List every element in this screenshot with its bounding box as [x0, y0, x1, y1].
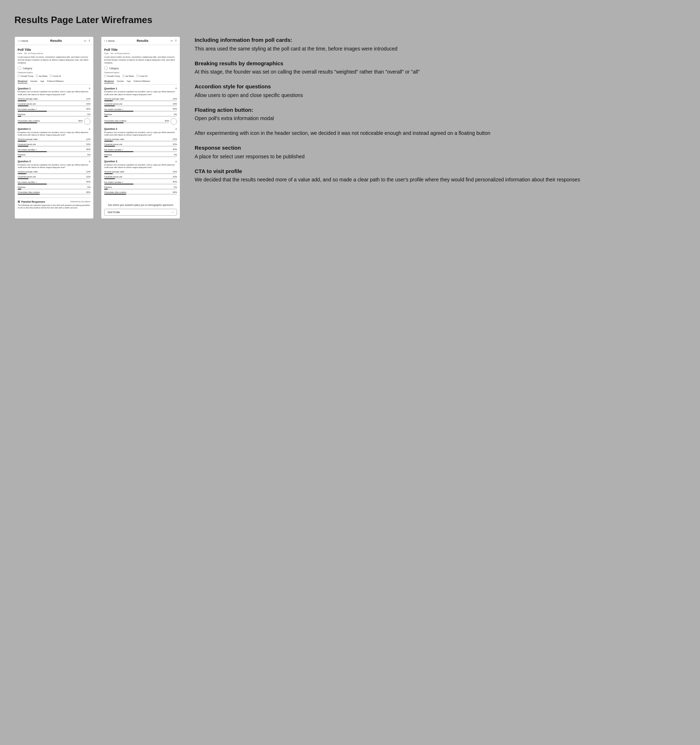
panelist-title: Panelist Responses: [21, 200, 45, 203]
back-chevron-icon-right: ‹: [104, 40, 105, 42]
topic-circle-covid: [50, 75, 52, 77]
share-icon-left[interactable]: ⇧: [88, 39, 91, 42]
question-3-chevron-left: ∧: [89, 160, 91, 163]
question-2-left: Question 2 ∧ Excepteur sint occaecat cup…: [18, 128, 91, 157]
answer-row-special: Chocolate chip cookies 30%: [18, 118, 91, 125]
topics-row-left: Donald Trump Joe Biden Covid 19: [18, 75, 91, 77]
answer-row: Chocolate chip cookies 30%: [18, 191, 91, 195]
answer-row: Pavlova 5%: [18, 154, 91, 157]
question-2-label-left: Question 2: [18, 128, 31, 130]
answer-row: Ice cream sundae ✓ 40%: [104, 148, 177, 152]
category-label-left: Category: [23, 67, 32, 70]
nav-title-left: Results: [28, 39, 84, 43]
annotation-response-body: A place for select user responses to be …: [195, 153, 686, 160]
question-1-chevron-left: ∧: [89, 87, 91, 90]
fab-button-right[interactable]: [170, 118, 177, 125]
answer-row: Victoria sponge cake 12%: [104, 98, 177, 101]
answer-row: Ice cream sundae ✓ 40%: [18, 181, 91, 185]
answer-row: Victoria sponge cake 12%: [18, 171, 91, 174]
tab-weighted-left[interactable]: Weighted: [18, 80, 27, 83]
answer-row: Ice cream sundae ✓ 40%: [104, 181, 177, 185]
answer-row: Caramel pecan pie 15%: [104, 143, 177, 147]
annotation-fab-body: Open poll's extra information modal: [195, 115, 686, 122]
question-2-header-left[interactable]: Question 2 ∧: [18, 128, 91, 130]
question-3-header-right[interactable]: Question 3 ∧: [104, 160, 177, 163]
answer-row: Chocolate chip cookies 30%: [104, 191, 177, 195]
question-1-header-left[interactable]: Question 1 ∧: [18, 87, 91, 90]
tab-affiliation-left[interactable]: Political Affiliation: [47, 80, 64, 83]
question-1-header-right[interactable]: Question 1 ∧: [104, 87, 177, 90]
tab-affiliation-right[interactable]: Political Affiliation: [134, 80, 150, 83]
answer-row: Victoria sponge cake 12%: [104, 171, 177, 174]
annotation-demographics-title: Breaking results by demographics: [195, 60, 686, 67]
answer-row-special-right: Chocolate chip cookies 30%: [104, 118, 177, 125]
annotation-fab-detail-body: After experimenting with icon in the hea…: [195, 129, 686, 137]
question-1-label-left: Question 1: [18, 87, 31, 90]
answer-row: Victoria sponge cake 12%: [18, 138, 91, 142]
bookmark-icon-right[interactable]: ▭: [170, 39, 173, 42]
nav-back-left[interactable]: ‹ < Home: [18, 40, 28, 42]
question-2-header-right[interactable]: Question 2 ∧: [104, 128, 177, 130]
question-1-left: Question 1 ∧ Excepteur sint occaecat cup…: [18, 87, 91, 124]
panelist-selected: Selected by the editors: [70, 200, 91, 203]
visit-profile-label: Visit Profile: [107, 211, 120, 214]
tab-gender-left[interactable]: Gender: [30, 80, 37, 83]
featured-topics-label-left: Featured topics:: [18, 72, 91, 73]
answer-row: Ice cream sundae ✓ 40%: [18, 148, 91, 152]
topic-circle-trump: [18, 75, 20, 77]
wireframes-section: ‹ < Home Results ▭ ⇧ Poll Title Date · N…: [14, 36, 180, 219]
nav-icons-right: ▭ ⇧: [170, 39, 177, 42]
fab-button-left[interactable]: [84, 118, 91, 125]
phone-nav-left: ‹ < Home Results ▭ ⇧: [15, 37, 93, 45]
tab-age-left[interactable]: Age: [40, 80, 44, 83]
annotation-accordion: Accordion style for questions Allow user…: [195, 83, 686, 99]
question-3-text-left: Excepteur sint occaecat cupidatat non pr…: [18, 164, 91, 169]
phone-body-left: Poll Title Date · No. of Respondents Lor…: [15, 45, 93, 212]
bookmark-icon-left[interactable]: ▭: [84, 39, 87, 42]
annotation-fab-title: Floating action button:: [195, 106, 686, 114]
annotation-accordion-body: Allow users to open and close specific q…: [195, 91, 686, 99]
question-3-text-right: Excepteur sint occaecat cupidatat non pr…: [104, 164, 177, 169]
question-2-chevron-left: ∧: [89, 128, 91, 130]
answer-row: Caramel pecan pie 15%: [18, 103, 91, 106]
content-area: ‹ < Home Results ▭ ⇧ Poll Title Date · N…: [14, 36, 686, 219]
answer-row: Ice cream sundae ✓ 40%: [104, 108, 177, 112]
phone-frame-right: ‹ < Home Results ▭ ⇧ Poll Title Date · N…: [101, 36, 180, 219]
poll-desc-right: Lorem ipsum dolor sit amet, consetetur s…: [104, 56, 177, 64]
annotations-section: Including information from poll cards: T…: [195, 36, 686, 191]
tab-age-right[interactable]: Age: [127, 80, 131, 83]
category-row-left: Category: [18, 66, 91, 70]
topic-covid-left: Covid 19: [50, 75, 61, 77]
category-label-right: Category: [109, 67, 119, 70]
answer-row: Victoria sponge cake 12%: [104, 138, 177, 142]
category-circle-right: [104, 66, 108, 70]
topic-biden-right: Joe Biden: [122, 75, 134, 77]
back-chevron-icon: ‹: [18, 40, 18, 42]
question-3-header-left[interactable]: Question 3 ∧: [18, 160, 91, 163]
cta-section: See where your answers place you on demo…: [101, 200, 180, 218]
question-2-text-left: Excepteur sint occaecat cupidatat non pr…: [18, 131, 91, 136]
phone-frame-left: ‹ < Home Results ▭ ⇧ Poll Title Date · N…: [14, 36, 94, 219]
phone-nav-right: ‹ < Home Results ▭ ⇧: [101, 37, 180, 45]
panelist-section: ▩ Panelist Responses Selected by the edi…: [18, 197, 91, 209]
arrow-icon: →: [171, 211, 174, 214]
panelist-icon: ▩: [18, 200, 20, 203]
annotation-accordion-title: Accordion style for questions: [195, 83, 686, 90]
poll-meta-left: Date · No. of Respondents: [18, 52, 91, 54]
answer-row: Pavlova 5%: [18, 186, 91, 190]
share-icon-right[interactable]: ⇧: [175, 39, 177, 42]
visit-profile-button[interactable]: Visit Profile →: [104, 209, 177, 215]
annotation-cta-body: We decided that the results needed more …: [195, 176, 686, 184]
topic-trump-left: Donald Trump: [18, 75, 34, 77]
tab-weighted-right[interactable]: Weighted: [104, 80, 114, 83]
answer-row: Pavlova 5%: [104, 186, 177, 190]
nav-back-right[interactable]: ‹ < Home: [104, 40, 115, 42]
answer-row: Caramel pecan pie 15%: [18, 176, 91, 179]
question-1-right: Question 1 ∧ Excepteur sint occaecat cup…: [104, 87, 177, 124]
question-2-right: Question 2 ∧ Excepteur sint occaecat cup…: [104, 128, 177, 157]
answer-row: Pavlova 5%: [18, 113, 91, 117]
topic-biden-left: Joe Biden: [36, 75, 48, 77]
tab-gender-right[interactable]: Gender: [117, 80, 124, 83]
answer-row: Caramel pecan pie 15%: [104, 176, 177, 179]
annotation-demographics-body: At this stage, the founder was set on ca…: [195, 68, 686, 76]
